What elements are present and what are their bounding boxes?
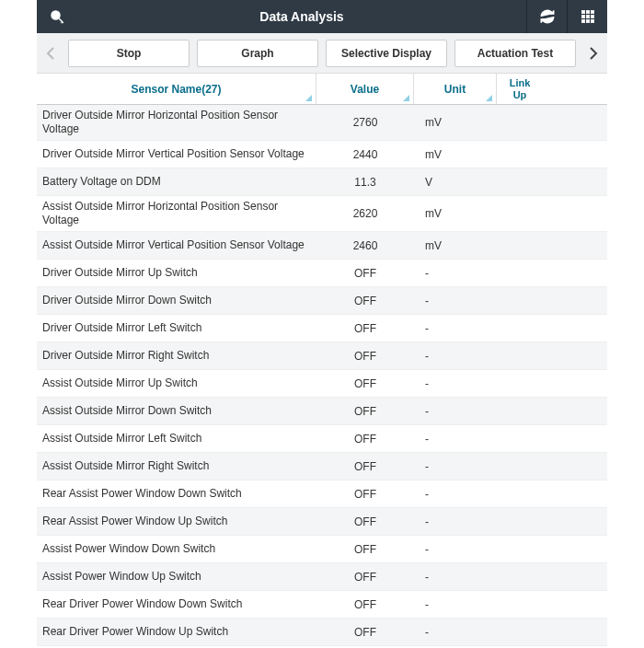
link-up-cell xyxy=(497,380,543,388)
sensor-name-cell: Rear Assist Power Window Down Switch xyxy=(37,483,316,504)
sensor-value-cell: OFF xyxy=(316,318,414,339)
sensor-value-cell: 2460 xyxy=(316,236,414,256)
column-value[interactable]: Value xyxy=(316,74,414,104)
column-header-row: Sensor Name(27) Value Unit Link Up xyxy=(37,74,607,105)
table-row[interactable]: Assist Power Window Down SwitchOFF- xyxy=(37,536,607,563)
column-value-label: Value xyxy=(351,83,379,96)
refresh-icon[interactable] xyxy=(526,0,567,33)
toolbar-scroll-right-icon[interactable] xyxy=(583,33,604,74)
page-title: Data Analysis xyxy=(77,9,526,24)
sensor-name-cell: Driver Outside Mirror Left Switch xyxy=(37,318,316,339)
app-header: Data Analysis xyxy=(37,0,607,33)
sort-indicator-icon xyxy=(486,95,492,101)
sensor-unit-cell: - xyxy=(414,595,497,615)
sensor-name-cell: Assist Power Window Down Switch xyxy=(37,538,316,560)
svg-rect-8 xyxy=(591,15,593,17)
column-linkup-label1: Link xyxy=(510,77,531,88)
sensor-unit-cell: mV xyxy=(414,112,497,133)
graph-button[interactable]: Graph xyxy=(197,40,318,67)
table-row[interactable]: Rear Driver Power Window Down SwitchOFF- xyxy=(37,591,607,619)
sensor-name-cell: Rear Driver Power Window Down Switch xyxy=(37,594,316,615)
sensor-value-cell: 2620 xyxy=(316,203,414,224)
svg-rect-7 xyxy=(586,15,589,17)
column-unit[interactable]: Unit xyxy=(414,74,497,104)
sensor-unit-cell: - xyxy=(414,291,497,311)
table-row[interactable]: Assist Outside Mirror Right SwitchOFF- xyxy=(37,453,607,480)
table-row[interactable]: Assist Outside Mirror Up SwitchOFF- xyxy=(37,370,607,398)
sensor-name-cell: Assist Outside Mirror Down Switch xyxy=(37,400,316,422)
sensor-name-cell: Driver Outside Mirror Right Switch xyxy=(37,345,316,366)
svg-rect-9 xyxy=(581,19,584,22)
sensor-name-cell: Assist Outside Mirror Horizontal Positio… xyxy=(37,196,316,231)
table-row[interactable]: Driver Outside Mirror Horizontal Positio… xyxy=(37,105,607,141)
search-icon[interactable] xyxy=(37,0,77,33)
sensor-unit-cell: - xyxy=(414,622,497,642)
table-row[interactable]: Driver Outside Mirror Right SwitchOFF- xyxy=(37,342,607,370)
svg-rect-3 xyxy=(581,10,584,13)
table-row[interactable]: Assist Outside Mirror Left SwitchOFF- xyxy=(37,425,607,453)
table-row[interactable]: Rear Driver Power Window Up SwitchOFF- xyxy=(37,619,607,646)
sensor-unit-cell: mV xyxy=(414,203,497,224)
link-up-cell xyxy=(497,601,543,608)
sensor-value-cell: OFF xyxy=(316,567,414,587)
sensor-name-cell: Driver Outside Mirror Horizontal Positio… xyxy=(37,105,316,140)
svg-rect-10 xyxy=(586,19,589,22)
sensor-unit-cell: - xyxy=(414,429,497,449)
grid-menu-icon[interactable] xyxy=(567,0,607,33)
actuation-test-button[interactable]: Actuation Test xyxy=(454,40,576,67)
sort-indicator-icon xyxy=(403,95,409,101)
sensor-unit-cell: - xyxy=(414,567,497,587)
link-up-cell xyxy=(497,491,543,498)
table-row[interactable]: Rear Assist Power Window Down SwitchOFF- xyxy=(37,480,607,508)
table-row[interactable]: Driver Outside Mirror Vertical Position … xyxy=(37,141,607,168)
data-rows-container[interactable]: Driver Outside Mirror Horizontal Positio… xyxy=(37,105,607,648)
link-up-cell xyxy=(497,325,543,332)
sensor-value-cell: OFF xyxy=(316,429,414,449)
sensor-unit-cell: mV xyxy=(414,236,497,256)
sensor-unit-cell: - xyxy=(414,318,497,339)
sensor-value-cell: OFF xyxy=(316,346,414,366)
sensor-value-cell: OFF xyxy=(316,374,414,394)
link-up-cell xyxy=(497,546,543,553)
table-row[interactable]: Driver Outside Mirror Left SwitchOFF- xyxy=(37,315,607,342)
sensor-name-cell: Assist Outside Mirror Vertical Position … xyxy=(37,235,316,256)
table-row[interactable]: Assist Outside Mirror Vertical Position … xyxy=(37,232,607,260)
toolbar-scroll-left-icon[interactable] xyxy=(40,33,61,74)
selective-display-button[interactable]: Selective Display xyxy=(326,40,447,67)
stop-button[interactable]: Stop xyxy=(68,40,190,67)
table-row[interactable]: Rear Assist Power Window Up SwitchOFF- xyxy=(37,508,607,536)
column-link-up[interactable]: Link Up xyxy=(497,74,543,104)
table-row[interactable]: Assist Outside Mirror Down SwitchOFF- xyxy=(37,398,607,425)
link-up-cell xyxy=(497,463,543,470)
sensor-name-cell: Assist Outside Mirror Right Switch xyxy=(37,456,316,477)
link-up-cell xyxy=(497,179,543,186)
sensor-value-cell: OFF xyxy=(316,291,414,311)
table-row[interactable]: Driver Outside Mirror Up SwitchOFF- xyxy=(37,260,607,287)
table-row[interactable]: Assist Power Window Up SwitchOFF- xyxy=(37,563,607,591)
svg-rect-5 xyxy=(591,10,593,13)
sensor-unit-cell: - xyxy=(414,539,497,560)
svg-rect-6 xyxy=(581,15,584,17)
table-row[interactable]: Driver Outside Mirror Down SwitchOFF- xyxy=(37,287,607,315)
sensor-value-cell: OFF xyxy=(316,622,414,642)
sensor-unit-cell: - xyxy=(414,484,497,504)
link-up-cell xyxy=(497,629,543,636)
sensor-name-cell: Assist Power Window Up Switch xyxy=(37,566,316,587)
sensor-value-cell: OFF xyxy=(316,595,414,615)
sensor-value-cell: OFF xyxy=(316,512,414,532)
column-sensor-name[interactable]: Sensor Name(27) xyxy=(37,74,316,104)
link-up-cell xyxy=(497,408,543,415)
sensor-name-cell: Driver Outside Mirror Up Switch xyxy=(37,262,316,284)
sensor-name-cell: Battery Voltage on DDM xyxy=(37,171,316,192)
sensor-name-cell: Driver Outside Mirror Vertical Position … xyxy=(37,144,316,165)
link-up-cell xyxy=(497,435,543,443)
table-row[interactable]: Assist Outside Mirror Horizontal Positio… xyxy=(37,196,607,232)
sensor-unit-cell: - xyxy=(414,401,497,422)
table-row[interactable]: Battery Voltage on DDM11.3V xyxy=(37,168,607,196)
sensor-value-cell: OFF xyxy=(316,484,414,504)
sensor-value-cell: 11.3 xyxy=(316,172,414,192)
link-up-cell xyxy=(497,119,543,126)
sensor-name-cell: Assist Outside Mirror Up Switch xyxy=(37,373,316,394)
link-up-cell xyxy=(497,151,543,158)
sensor-name-cell: Assist Outside Mirror Left Switch xyxy=(37,428,316,449)
